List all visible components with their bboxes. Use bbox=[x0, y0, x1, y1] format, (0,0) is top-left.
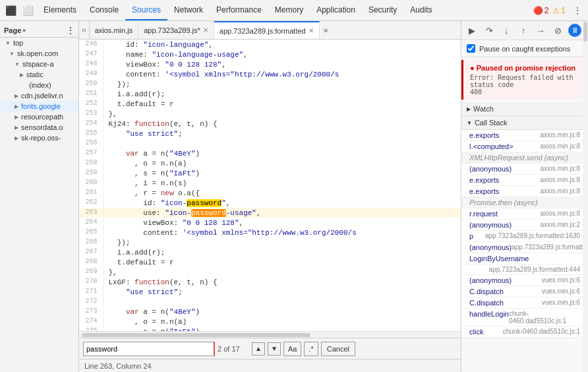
callstack-item[interactable]: l.<computed> axios.min.js:8 bbox=[461, 141, 588, 152]
table-row: 257 var a = n("4BeY") bbox=[79, 148, 461, 158]
search-prev-button[interactable]: ▲ bbox=[252, 342, 265, 356]
callstack-label: Call Stack bbox=[475, 119, 508, 127]
tab-audits[interactable]: Audits bbox=[403, 0, 438, 20]
sidebar-item-cdn[interactable]: ▶ cdn.jsdelivr.n bbox=[0, 90, 78, 101]
sidebar-menu-icon[interactable]: ⋮ bbox=[67, 26, 74, 35]
close-tab-icon[interactable]: ✕ bbox=[203, 26, 208, 34]
arrow-right-icon: ▶ bbox=[15, 104, 18, 109]
arrow-right-icon: ▶ bbox=[15, 135, 18, 141]
tab-more-icon[interactable]: » bbox=[320, 26, 332, 35]
table-row: 246 id: "icon-language", bbox=[79, 40, 461, 49]
sidebar-item-label: (index) bbox=[29, 81, 51, 89]
callstack-fn: (anonymous) bbox=[469, 276, 512, 284]
arrow-right-icon: ▶ bbox=[15, 125, 18, 131]
sidebar-expand-icon[interactable]: » bbox=[22, 27, 26, 34]
step-over-button[interactable]: ↷ bbox=[483, 24, 496, 37]
right-v-scrollbar[interactable] bbox=[583, 21, 588, 372]
code-line: id: "icon-password", bbox=[103, 198, 461, 208]
tab-application[interactable]: Application bbox=[310, 0, 362, 20]
tab-performance[interactable]: Performance bbox=[210, 0, 268, 20]
file-tab-axios[interactable]: axios.min.js bbox=[90, 21, 138, 39]
line-number: 258 bbox=[79, 158, 103, 168]
callstack-item[interactable]: (anonymous) axios.min.js:8 bbox=[461, 164, 588, 175]
sidebar-item-skrepo[interactable]: ▶ sk-repo.oss- bbox=[0, 133, 78, 143]
callstack-item[interactable]: e.exports axios.min.js:8 bbox=[461, 175, 588, 186]
sidebar-item-index[interactable]: (index) bbox=[0, 80, 78, 90]
table-row: 264 viewBox: "0 0 128 128", bbox=[79, 218, 461, 228]
table-row: 273 var a = n("4BeY") bbox=[79, 307, 461, 317]
callstack-item[interactable]: C.dispatch vuex.min.js:6 bbox=[461, 297, 588, 309]
callstack-async-header: Promise.then (async) bbox=[461, 197, 588, 208]
sidebar-item-sensordata[interactable]: ▶ sensordata.o bbox=[0, 122, 78, 133]
callstack-item[interactable]: p app.7323a289.js:formatted:1630 bbox=[461, 231, 588, 242]
file-tab-app-min[interactable]: app.7323a289.js* ✕ bbox=[138, 21, 214, 39]
callstack-item[interactable]: app.7323a289.js:formatted:444 bbox=[461, 264, 588, 275]
callstack-file: axios.min.js:8 bbox=[540, 187, 580, 195]
line-number: 256 bbox=[79, 139, 103, 148]
arrow-down-icon: ▼ bbox=[15, 61, 20, 67]
line-number: 254 bbox=[79, 119, 103, 129]
sidebar-item-label: resourcepath bbox=[21, 113, 63, 121]
callstack-item[interactable]: e.exports axios.min.js:8 bbox=[461, 186, 588, 197]
file-tab-app-formatted[interactable]: app.7323a289.js:formatted ✕ bbox=[214, 21, 320, 39]
dock-icon[interactable]: ⬛ bbox=[3, 3, 18, 18]
callstack-item[interactable]: r.request axios.min.js:8 bbox=[461, 208, 588, 220]
tab-network[interactable]: Network bbox=[167, 0, 210, 20]
table-row: 267 i.a.add(r); bbox=[79, 247, 461, 257]
deactivate-button[interactable]: ⊘ bbox=[551, 24, 564, 37]
callstack-item[interactable]: handleLogin chunk-0460.dad5510c.js:1 bbox=[461, 309, 588, 326]
tab-elements[interactable]: Elements bbox=[37, 0, 83, 20]
callstack-list: e.exports axios.min.js:8 l.<computed> ax… bbox=[461, 130, 588, 338]
code-line: viewBox: "0 0 128 128", bbox=[103, 59, 461, 69]
table-row: 268 t.default = r bbox=[79, 257, 461, 267]
watch-section-header[interactable]: ▶ Watch bbox=[461, 102, 588, 116]
callstack-section-header[interactable]: ▼ Call Stack bbox=[461, 116, 588, 130]
h-scrollbar-thumb[interactable] bbox=[82, 333, 310, 337]
search-cancel-button[interactable]: Cancel bbox=[321, 342, 355, 356]
sidebar-item-top[interactable]: ▼ top bbox=[0, 38, 78, 48]
tab-right-icon[interactable]: › bbox=[84, 26, 86, 34]
search-input[interactable] bbox=[83, 342, 215, 356]
sidebar-item-stspace[interactable]: ▼ stspace-a bbox=[0, 59, 78, 69]
table-row: 260 , i = n.n(s) bbox=[79, 178, 461, 188]
tab-console[interactable]: Console bbox=[83, 0, 125, 20]
callstack-item[interactable]: (anonymous) axios.min.js:2 bbox=[461, 220, 588, 231]
callstack-item[interactable]: LoginByUsername bbox=[461, 253, 588, 264]
search-next-button[interactable]: ▼ bbox=[268, 342, 281, 356]
line-number: 251 bbox=[79, 89, 103, 99]
tab-memory[interactable]: Memory bbox=[268, 0, 310, 20]
callstack-fn: C.dispatch bbox=[469, 288, 504, 295]
search-regex-button[interactable]: .* bbox=[304, 342, 318, 356]
table-row: 275 , s = n("IaFt") bbox=[79, 326, 461, 331]
sidebar-item-fonts[interactable]: ▶ fonts.google bbox=[0, 101, 78, 111]
pause-button[interactable]: ⏸ bbox=[568, 24, 581, 37]
step-out-button[interactable]: ↑ bbox=[517, 24, 530, 37]
sidebar-item-resourcepath[interactable]: ▶ resourcepath bbox=[0, 111, 78, 122]
line-number: 265 bbox=[79, 228, 103, 237]
code-line: "use strict"; bbox=[103, 129, 461, 139]
search-matchcase-button[interactable]: Aa bbox=[283, 342, 301, 356]
tab-sources[interactable]: Sources bbox=[125, 0, 167, 20]
arrow-right-icon: ▶ bbox=[15, 114, 18, 120]
callstack-item[interactable]: click chunk-0460.dad5510c.js:1 bbox=[461, 326, 588, 338]
callstack-item[interactable]: (anonymous) vuex.min.js:6 bbox=[461, 275, 588, 286]
callstack-file: vuex.min.js:6 bbox=[542, 288, 580, 295]
pause-exceptions-checkbox[interactable] bbox=[467, 44, 475, 53]
left-panel: ‹ › axios.min.js app.7323a289.js* ✕ app.… bbox=[79, 21, 461, 372]
v-scrollbar-thumb[interactable] bbox=[583, 22, 587, 42]
h-scrollbar[interactable] bbox=[79, 331, 461, 338]
callstack-item[interactable]: C.dispatch vuex.min.js:6 bbox=[461, 286, 588, 297]
close-tab-icon[interactable]: ✕ bbox=[309, 27, 314, 34]
search-bar: 2 of 17 ▲ ▼ Aa .* Cancel bbox=[79, 338, 461, 359]
code-area[interactable]: 246 id: "icon-language", 247 name: "icon… bbox=[79, 40, 461, 331]
callstack-item[interactable]: e.exports axios.min.js:8 bbox=[461, 130, 588, 141]
resume-button[interactable]: ▶ bbox=[465, 24, 479, 37]
step-into-button[interactable]: ↓ bbox=[500, 24, 513, 37]
callstack-item[interactable]: (anonymous) app.7323a289.js:formatted:44… bbox=[461, 242, 588, 253]
sidebar-item-static[interactable]: ▶ static bbox=[0, 69, 78, 80]
step-button[interactable]: → bbox=[534, 24, 547, 37]
inspect-icon[interactable]: ⬜ bbox=[20, 3, 36, 18]
sidebar-item-skopen[interactable]: ▼ sk.open.com bbox=[0, 48, 78, 59]
more-options-icon[interactable]: ⋮ bbox=[570, 3, 585, 18]
tab-security[interactable]: Security bbox=[362, 0, 403, 20]
